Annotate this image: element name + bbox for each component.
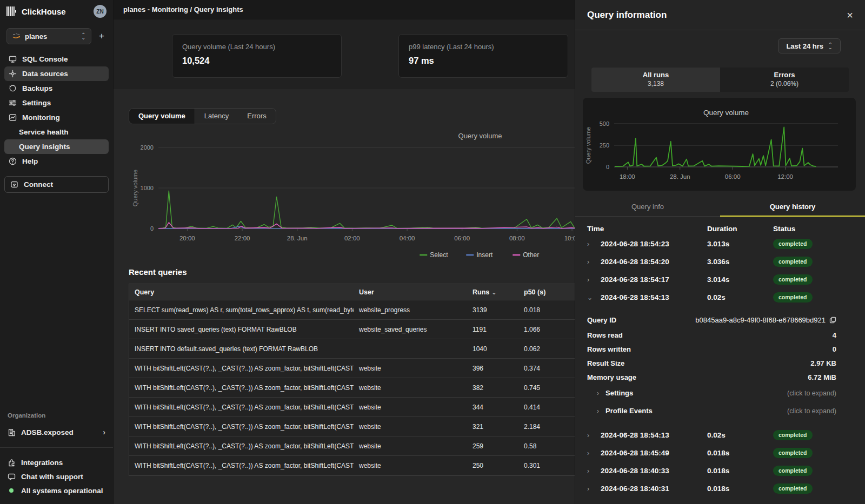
svg-text:18:00: 18:00 <box>620 173 635 180</box>
history-row[interactable]: › 2024-06-28 18:54:13 0.02s completed <box>575 426 865 444</box>
history-row[interactable]: › 2024-06-28 18:45:49 0.018s completed <box>575 444 865 462</box>
query-cell: WITH bitShiftLeft(CAST(?..), _CAST(?..))… <box>129 462 354 469</box>
history-time: 2024-06-28 18:40:31 <box>601 485 707 493</box>
tab-query-info[interactable]: Query info <box>575 198 720 217</box>
runs-cell: 259 <box>467 442 518 450</box>
history-time: 2024-06-28 18:40:33 <box>601 467 707 475</box>
query-cell: WITH bitShiftLeft(CAST(?..), _CAST(?..))… <box>129 442 354 450</box>
svg-text:2000: 2000 <box>141 144 154 151</box>
sidebar-item-backups[interactable]: Backups <box>4 81 109 96</box>
service-selector[interactable]: planes ⌃⌄ <box>6 28 91 44</box>
runs-cell: 344 <box>467 404 518 411</box>
history-row[interactable]: › 2024-06-28 18:54:20 3.036s completed <box>575 253 865 271</box>
metric-value: 4 <box>833 331 836 339</box>
sidebar-item-service-health[interactable]: Service health <box>4 125 109 139</box>
chevron-right-icon: › <box>103 428 105 436</box>
user-cell: website_progress <box>354 306 467 314</box>
tab-query-history[interactable]: Query history <box>720 198 865 217</box>
tab-errors[interactable]: Errors <box>238 109 275 124</box>
query-cell: SELECT sum(read_rows) AS r, sum(total_ro… <box>129 306 354 314</box>
stat-card-query-volume: Query volume (Last 24 hours) 10,524 <box>172 34 342 78</box>
add-service-button[interactable]: + <box>97 31 107 42</box>
user-cell: website <box>354 462 467 469</box>
history-row[interactable]: ⌄ 2024-06-28 18:54:13 0.02s completed <box>575 288 865 306</box>
sidebar-item-settings[interactable]: Settings <box>4 96 109 110</box>
expandable-section[interactable]: › Settings (click to expand) <box>575 384 865 402</box>
expand-chevron-icon[interactable]: › <box>587 449 601 457</box>
avatar[interactable]: ZN <box>94 5 107 18</box>
expand-chevron-icon[interactable]: › <box>587 432 601 439</box>
panel-header: Query information × <box>575 0 865 30</box>
close-icon[interactable]: × <box>847 10 853 21</box>
chat-support-link[interactable]: Chat with support <box>0 469 113 483</box>
chevron-updown-icon: ⌃⌄ <box>828 43 833 49</box>
svg-text:12:00: 12:00 <box>777 173 793 180</box>
history-row[interactable]: › 2024-06-28 18:40:31 0.018s completed <box>575 480 865 498</box>
connect-button[interactable]: Connect <box>4 176 109 193</box>
runs-errors-segments: All runs 3,138 Errors 2 (0.06%) <box>591 68 849 92</box>
tab-latency[interactable]: Latency <box>195 109 238 124</box>
history-rows: › 2024-06-28 18:54:23 3.013s completed ›… <box>575 235 865 306</box>
metric-value: 6.72 MiB <box>808 373 836 381</box>
organization-selector[interactable]: ADSB.exposed › <box>0 424 113 440</box>
user-cell: website <box>354 423 467 431</box>
svg-text:Query volume: Query volume <box>703 109 749 117</box>
svg-text:20:00: 20:00 <box>179 235 195 241</box>
segment-all-runs[interactable]: All runs 3,138 <box>591 68 720 92</box>
expand-chevron-icon[interactable]: › <box>587 467 601 475</box>
status-badge: completed <box>773 257 813 267</box>
history-row[interactable]: › 2024-06-28 18:54:17 3.014s completed <box>575 271 865 288</box>
status-badge: completed <box>773 466 813 476</box>
svg-text:04:00: 04:00 <box>400 235 415 241</box>
runs-cell: 382 <box>467 384 518 392</box>
metric-label: Rows read <box>587 331 623 339</box>
history-time: 2024-06-28 18:54:23 <box>601 240 707 248</box>
query-cell: INSERT INTO saved_queries (text) FORMAT … <box>129 326 354 333</box>
help-icon <box>9 157 17 165</box>
status-badge: completed <box>773 274 813 285</box>
sidebar-item-monitoring[interactable]: Monitoring <box>4 110 109 125</box>
expand-chevron-icon[interactable]: › <box>587 258 601 266</box>
expandable-section[interactable]: › Profile Events (click to expand) <box>575 402 865 420</box>
svg-text:28. Jun: 28. Jun <box>287 235 308 241</box>
history-row[interactable]: › 2024-06-28 18:40:33 0.018s completed <box>575 462 865 480</box>
segment-errors[interactable]: Errors 2 (0.06%) <box>720 68 849 92</box>
query-cell: WITH bitShiftLeft(CAST(?..), _CAST(?..))… <box>129 404 354 411</box>
expand-chevron-icon[interactable]: ⌄ <box>587 294 601 301</box>
history-row[interactable]: › 2024-06-28 18:54:23 3.013s completed <box>575 235 865 253</box>
status-badge: completed <box>773 292 813 303</box>
metric-label: Rows written <box>587 345 631 353</box>
query-expandables: › Settings (click to expand) › Profile E… <box>575 384 865 420</box>
copy-icon[interactable] <box>829 317 836 324</box>
svg-text:06:00: 06:00 <box>725 173 741 180</box>
monitoring-icon <box>9 113 17 122</box>
runs-cell: 250 <box>467 462 518 469</box>
chevron-updown-icon: ⌃⌄ <box>82 33 86 39</box>
stat-card-p99-latency: p99 latency (Last 24 hours) 97 ms <box>398 34 568 78</box>
mini-query-volume-chart: 025050018:0028. Jun06:0012:00Query volum… <box>583 98 856 191</box>
expand-chevron-icon[interactable]: › <box>587 240 601 248</box>
aws-icon <box>12 33 20 39</box>
svg-text:Select: Select <box>430 251 448 259</box>
sidebar-item-data-sources[interactable]: Data sources <box>4 66 109 81</box>
user-cell: website <box>354 365 467 372</box>
svg-text:08:00: 08:00 <box>509 235 525 241</box>
system-status-link[interactable]: All systems operational <box>0 483 113 498</box>
expand-chevron-icon[interactable]: › <box>587 485 601 493</box>
sidebar-item-query-insights[interactable]: Query insights <box>4 139 109 154</box>
integrations-link[interactable]: Integrations <box>0 455 113 469</box>
history-time: 2024-06-28 18:54:20 <box>601 258 707 266</box>
column-runs-sortable[interactable]: Runs⌄ <box>467 288 518 296</box>
tab-query-volume[interactable]: Query volume <box>129 109 195 124</box>
svg-text:Query volume: Query volume <box>585 127 591 164</box>
metric-row: Result Size 2.97 KB <box>575 356 865 370</box>
query-id-value: b0845aa9-a8c9-49f0-8f68-e678669bd921 <box>695 316 826 324</box>
expand-chevron-icon[interactable]: › <box>587 276 601 284</box>
chat-icon <box>8 473 16 481</box>
metric-row: Rows written 0 <box>575 342 865 356</box>
time-range-selector[interactable]: Last 24 hrs ⌃⌄ <box>778 38 841 53</box>
service-name: planes <box>25 32 47 41</box>
user-cell: website_saved_queries <box>354 326 467 333</box>
sidebar-item-sql-console[interactable]: SQL Console <box>4 52 109 66</box>
sidebar-item-help[interactable]: Help <box>4 154 109 169</box>
